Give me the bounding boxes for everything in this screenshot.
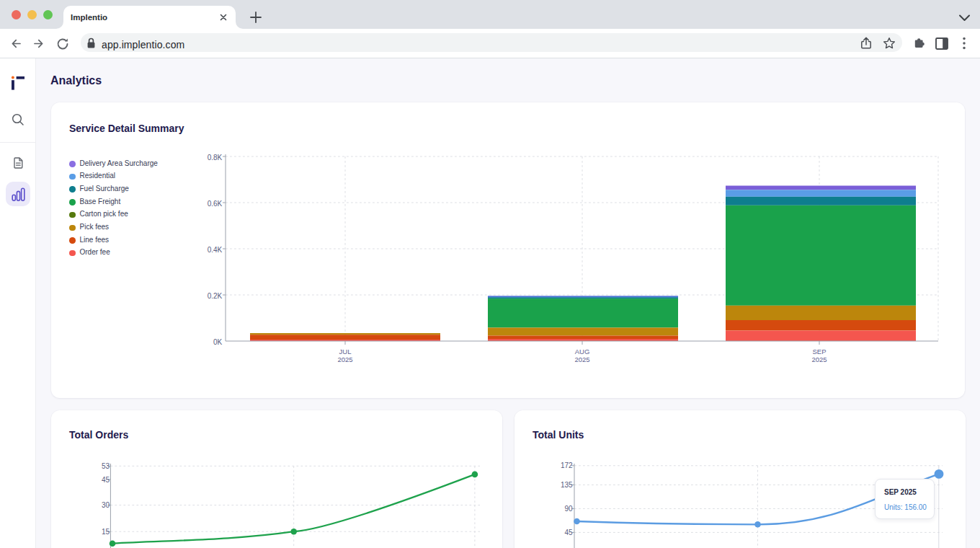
svg-text:0.6K: 0.6K [208,200,223,208]
svg-text:135: 135 [561,481,573,489]
svg-text:45: 45 [102,476,110,484]
svg-text:JUL: JUL [339,348,352,355]
svg-text:0K: 0K [213,338,223,346]
svg-text:2025: 2025 [574,355,589,363]
svg-text:15: 15 [102,528,110,536]
svg-text:SEP: SEP [812,348,826,355]
svg-text:90: 90 [565,505,574,513]
svg-text:53: 53 [102,462,110,470]
svg-text:2025: 2025 [337,355,352,363]
svg-text:45: 45 [565,529,574,536]
svg-text:AUG: AUG [575,348,590,355]
svg-text:0.8K: 0.8K [208,154,223,162]
svg-text:0.4K: 0.4K [208,246,223,254]
svg-text:172: 172 [561,461,573,469]
svg-text:0.2K: 0.2K [208,292,223,300]
svg-text:30: 30 [102,501,110,509]
svg-text:2025: 2025 [811,355,827,363]
